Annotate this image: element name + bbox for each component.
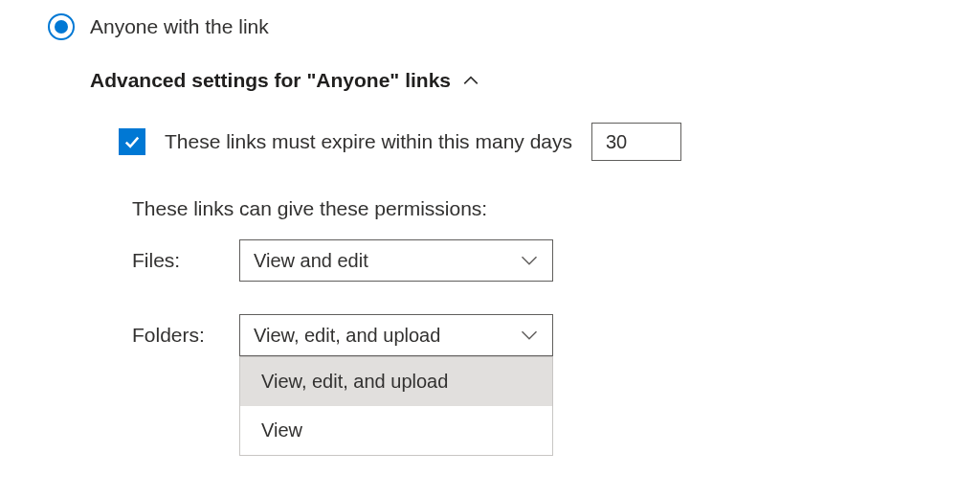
chevron-down-icon [520,326,539,345]
permissions-description: These links can give these permissions: [132,197,980,220]
radio-selected-dot [55,20,68,34]
folders-option-view[interactable]: View [240,406,552,455]
folders-label: Folders: [132,324,239,347]
folders-permission-dropdown: View, edit, and upload View [239,356,553,456]
files-label: Files: [132,249,239,272]
chevron-up-icon [462,72,479,89]
files-permission-select[interactable]: View and edit [239,239,553,282]
folders-permission-select[interactable]: View, edit, and upload [239,314,553,356]
folders-option-view-edit-upload[interactable]: View, edit, and upload [240,357,552,406]
advanced-settings-toggle[interactable]: Advanced settings for "Anyone" links [90,69,980,92]
expire-label: These links must expire within this many… [165,130,572,153]
chevron-down-icon [520,251,539,270]
folders-permission-value: View, edit, and upload [254,325,520,347]
files-permission-value: View and edit [254,250,520,272]
anyone-link-radio[interactable] [48,13,75,40]
advanced-settings-heading: Advanced settings for "Anyone" links [90,69,451,92]
anyone-link-label: Anyone with the link [90,15,269,38]
expire-days-input[interactable] [591,123,681,161]
check-icon [122,132,142,151]
expire-checkbox[interactable] [119,128,145,155]
